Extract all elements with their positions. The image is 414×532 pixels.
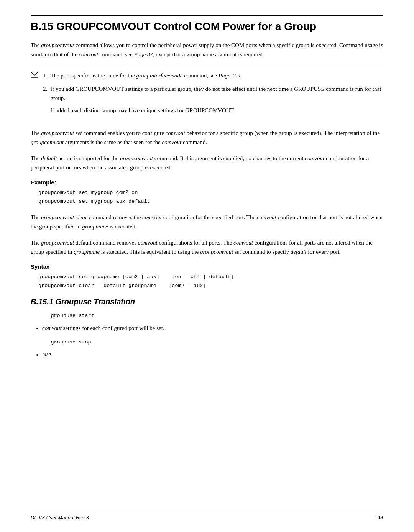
- footer-manual-name: DL-V3 User Manual Rev 3: [31, 515, 89, 521]
- example-heading: Example:: [31, 179, 383, 186]
- note-item-2: 2. If you add GROUPCOMVOUT settings to a…: [31, 84, 383, 115]
- note-sub-2: If added, each distinct group may have u…: [50, 106, 383, 115]
- bullet-list-stop: N/A: [42, 350, 383, 359]
- note-number-2: 2.: [43, 84, 47, 94]
- note-content-2: If you add GROUPCOMVOUT settings to a pa…: [50, 84, 383, 115]
- syntax-code: groupcomvout set groupname [com2 | aux] …: [38, 273, 383, 291]
- intro-paragraph: The groupcomvout command allows you to c…: [31, 41, 383, 59]
- subsection-title: B.15.1 Groupuse Translation: [31, 297, 383, 306]
- syntax-heading: Syntax: [31, 263, 383, 270]
- note-content-1: The port specifier is the same for the g…: [50, 71, 383, 80]
- bullet-item-stop: N/A: [42, 350, 383, 359]
- body-paragraph-4: The groupcomvout default command removes…: [31, 238, 383, 256]
- footer: DL-V3 User Manual Rev 3 103: [31, 511, 383, 521]
- groupuse-stop-code: groupuse stop: [38, 338, 383, 347]
- note-item-1: 1. The port specifier is the same for th…: [31, 71, 383, 80]
- body-paragraph-3: The groupcomvout clear command removes t…: [31, 213, 383, 231]
- bullet-list-start: comvout settings for each configured por…: [42, 323, 383, 333]
- note-box: 1. The port specifier is the same for th…: [31, 66, 383, 120]
- bullet-item-start: comvout settings for each configured por…: [42, 323, 383, 333]
- page-title: B.15 GROUPCOMVOUT Control COM Power for …: [31, 20, 383, 33]
- footer-page-number: 103: [375, 514, 383, 521]
- note-number-1: 1.: [43, 71, 47, 80]
- page: B.15 GROUPCOMVOUT Control COM Power for …: [0, 0, 414, 532]
- body-paragraph-2: The default action is supported for the …: [31, 154, 383, 172]
- groupuse-start-code: groupuse start: [38, 312, 383, 320]
- envelope-icon: [31, 71, 38, 80]
- body-paragraph-1: The groupcomvout set command enables you…: [31, 128, 383, 147]
- example-code: groupcomvout set mygroup com2 on groupco…: [38, 189, 383, 206]
- top-border: [31, 15, 383, 16]
